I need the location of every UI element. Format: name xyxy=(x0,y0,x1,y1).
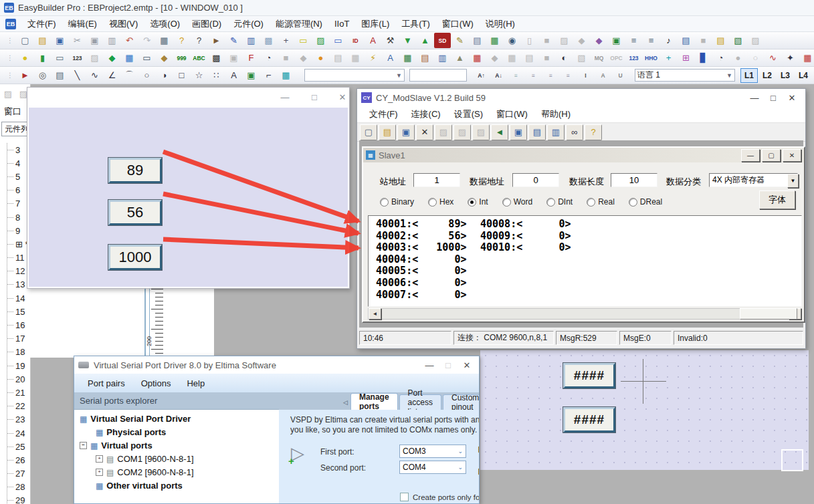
vspd-titlebar[interactable]: Virtual Serial Port Driver 8.0 by Eltima… xyxy=(74,356,479,374)
tree-item-com1[interactable]: + ▤ COM1 [9600-N-8-1] xyxy=(96,454,194,464)
tree-item-com2[interactable]: + ▤ COM2 [9600-N-8-1] xyxy=(96,467,194,477)
slave1-titlebar[interactable]: ▦ Slave1 — ▢ ✕ xyxy=(363,148,804,162)
barcode-icon[interactable]: ▩ xyxy=(208,50,225,66)
history-table-icon[interactable]: ▦ xyxy=(799,50,814,66)
pin-icon[interactable]: ◆ xyxy=(486,50,503,66)
ms-tile-h-icon[interactable]: ▤ xyxy=(528,124,546,140)
close-icon[interactable]: ✕ xyxy=(783,93,801,103)
simulation-canvas[interactable]: 89 56 1000 xyxy=(29,108,348,287)
plug-icon[interactable]: ◆ xyxy=(573,33,590,48)
copy-icon[interactable]: ▣ xyxy=(86,33,103,48)
restore-icon[interactable]: ▢ xyxy=(762,149,781,162)
second-port-combo[interactable]: COM4 ⌄ xyxy=(399,461,466,474)
font-increase-icon[interactable]: A↑ xyxy=(473,68,490,83)
ms-open-icon[interactable]: ▤ xyxy=(379,124,396,140)
ms-connect-icon[interactable]: ◄ xyxy=(491,124,508,140)
toolbar-grip[interactable]: ⋮ xyxy=(7,37,13,44)
key-object-icon[interactable]: ◆ xyxy=(156,50,173,66)
minimize-icon[interactable]: — xyxy=(276,92,294,102)
set-word-icon[interactable]: 123 xyxy=(69,50,86,66)
minimize-icon[interactable]: — xyxy=(420,360,439,370)
object-list-tab[interactable]: 元件列 xyxy=(1,122,29,136)
bezier-icon[interactable]: ∿ xyxy=(86,68,103,83)
scrollbar-thumb[interactable] xyxy=(740,308,797,320)
table-tool-icon[interactable]: ▦ xyxy=(278,68,294,83)
numeric-placeholder-object[interactable]: #### xyxy=(563,363,615,388)
modslave-titlebar[interactable]: CY CY_ModSlave V1.2 Build 59 — □ ✕ xyxy=(357,89,805,106)
window-tree-item[interactable]: 23 xyxy=(7,413,47,426)
register-row[interactable]: 40005:< 0> xyxy=(376,265,466,277)
polyline-icon[interactable]: ∠ xyxy=(104,68,120,83)
menu-item[interactable]: 窗口(W) xyxy=(436,19,480,29)
format-radio[interactable]: DReal xyxy=(629,197,662,207)
pdf-icon[interactable]: ▤ xyxy=(330,50,346,66)
package-icon[interactable]: ■ xyxy=(695,33,712,48)
menu-item[interactable]: 图库(L) xyxy=(355,19,395,29)
register-row[interactable]: 40007:< 0> xyxy=(376,289,466,301)
boot-icon[interactable]: ■ xyxy=(278,50,294,66)
search-icon[interactable]: ◉ xyxy=(504,33,520,48)
tree-item-root[interactable]: ▦ Virtual Serial Port Driver xyxy=(80,414,191,424)
numeric-display[interactable]: 56 xyxy=(108,200,162,225)
layer-button-l2[interactable]: L2 xyxy=(758,68,776,83)
frame-icon[interactable]: ▣ xyxy=(225,50,242,66)
properties-icon[interactable]: ▤ xyxy=(52,68,68,83)
new-file-icon[interactable]: ▢ xyxy=(17,33,33,48)
ms-conn1-icon[interactable]: ▨ xyxy=(435,124,452,140)
label-library-icon[interactable]: ▤ xyxy=(678,33,694,48)
function-key-icon[interactable]: ◆ xyxy=(104,50,120,66)
align-center-icon[interactable]: ≡ xyxy=(542,68,559,83)
help-icon[interactable]: ? xyxy=(173,33,190,48)
compile-icon[interactable]: ✎ xyxy=(451,33,468,48)
window-tree-item[interactable]: 28 xyxy=(7,481,47,494)
register-row[interactable]: 40010:< 0> xyxy=(480,242,571,254)
checkbox-icon[interactable] xyxy=(400,493,409,501)
horizontal-scrollbar[interactable]: ◄ ► xyxy=(368,308,802,320)
scroll-left-icon[interactable]: ◄ xyxy=(369,308,381,320)
ruler-icon[interactable]: ▥ xyxy=(243,33,260,48)
medicine-icon[interactable]: ◆ xyxy=(295,50,312,66)
layer-button-l1[interactable]: L1 xyxy=(740,68,758,83)
ascii-display-icon[interactable]: ABC xyxy=(191,50,207,66)
menu-item[interactable]: IIoT xyxy=(328,19,355,29)
rect-icon[interactable]: □ xyxy=(173,68,190,83)
menu-item[interactable]: 工具(T) xyxy=(395,19,436,29)
numeric-display[interactable]: 89 xyxy=(108,158,162,183)
menu-item[interactable]: 窗口(W) xyxy=(490,108,534,120)
menu-item[interactable]: 能源管理(N) xyxy=(270,19,328,29)
gray-circle-icon[interactable]: ● xyxy=(730,50,746,66)
expand-icon[interactable]: + xyxy=(96,455,103,463)
indent-icon[interactable]: ≡ xyxy=(508,68,524,83)
compass-icon[interactable]: ✦ xyxy=(782,50,799,66)
register-row[interactable]: 40003:< 1000> xyxy=(376,242,466,254)
font-color2-icon[interactable]: A xyxy=(595,68,611,83)
grid-icon[interactable]: ▩ xyxy=(260,33,277,48)
passthrough-icon[interactable]: ◆ xyxy=(591,33,607,48)
font-color-icon[interactable]: A xyxy=(365,33,381,48)
layer-button-l4[interactable]: L4 xyxy=(795,68,812,83)
ms-tile-v-icon[interactable]: ▥ xyxy=(547,124,565,140)
move-icon[interactable]: + xyxy=(660,50,677,66)
circle-icon[interactable]: ○ xyxy=(138,68,155,83)
line-icon[interactable]: ╲ xyxy=(69,68,86,83)
data-grid-icon[interactable]: ▦ xyxy=(399,50,416,66)
usb-icon[interactable]: ▯ xyxy=(521,33,538,48)
numeric-display-icon[interactable]: 999 xyxy=(173,50,190,66)
schedule-list-icon[interactable]: ▥ xyxy=(434,50,451,66)
numeric-display[interactable]: 1000 xyxy=(108,245,162,270)
data-address-input[interactable]: 0 xyxy=(512,173,559,187)
close-icon[interactable]: ✕ xyxy=(783,149,801,162)
clock-icon[interactable]: ◔ xyxy=(260,50,277,66)
hho-display-icon[interactable]: HHO xyxy=(643,50,659,66)
ms-conn3-icon[interactable]: ▨ xyxy=(472,124,490,140)
context-help-icon[interactable]: ? xyxy=(191,33,207,48)
bit-lamp-icon[interactable]: ● xyxy=(17,50,33,66)
italic-icon[interactable]: I xyxy=(577,68,594,83)
download-to-hmi-icon[interactable]: ▼ xyxy=(399,33,416,48)
ms-conn2-icon[interactable]: ▨ xyxy=(453,124,471,140)
window-tree-item[interactable]: 26 xyxy=(7,453,47,467)
sound-icon[interactable]: ♪ xyxy=(660,33,677,48)
tab-manage-ports[interactable]: Manage ports xyxy=(350,393,398,410)
maximize-icon[interactable]: □ xyxy=(439,360,457,370)
grouping-icon[interactable]: ▨ xyxy=(1,87,15,100)
